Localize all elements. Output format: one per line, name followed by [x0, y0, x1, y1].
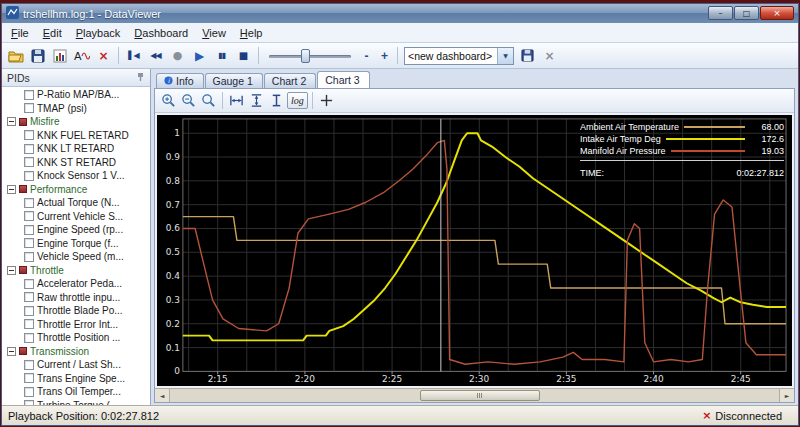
tree-item-row[interactable]: Current Vehicle S... [2, 210, 150, 224]
pid-checkbox[interactable] [24, 225, 34, 235]
svg-text:1: 1 [174, 128, 180, 138]
tab-info[interactable]: iInfo [156, 73, 204, 88]
collapse-icon[interactable] [7, 266, 16, 275]
open-log-button[interactable] [5, 45, 26, 66]
chart-area[interactable]: 10.90.80.70.60.50.40.30.20.102:152:202:2… [157, 115, 792, 386]
chart-hscrollbar[interactable]: ◄ ► [155, 388, 794, 402]
pid-checkbox[interactable] [24, 387, 34, 397]
scroll-left-button[interactable]: ◄ [155, 389, 170, 402]
tree-item-row[interactable]: Engine Speed (rp... [2, 223, 150, 237]
crosshair-button[interactable] [317, 91, 336, 110]
pids-panel: PIDs P-Ratio MAP/BA...TMAP (psi)MisfireK… [2, 69, 151, 405]
pid-checkbox[interactable] [24, 130, 34, 140]
tree-item-row[interactable]: Accelerator Peda... [2, 277, 150, 291]
tree-item-row[interactable]: Engine Torque (f... [2, 237, 150, 251]
maximize-button[interactable]: □ [734, 6, 759, 20]
tree-item-row[interactable]: Raw throttle inpu... [2, 291, 150, 305]
svg-text:0.3: 0.3 [166, 295, 180, 305]
play-button[interactable]: ▶ [189, 45, 210, 66]
chart-button[interactable] [49, 45, 70, 66]
tree-item-row[interactable]: Throttle Position ... [2, 331, 150, 345]
tree-group-row[interactable]: Performance [2, 183, 150, 197]
pid-checkbox[interactable] [24, 171, 34, 181]
minimize-button[interactable]: – [708, 6, 733, 20]
pid-checkbox[interactable] [24, 333, 34, 343]
zoom-in-button[interactable] [159, 91, 178, 110]
tree-item-row[interactable]: Actual Torque (N... [2, 196, 150, 210]
pid-checkbox[interactable] [24, 157, 34, 167]
log-scale-button[interactable]: log [287, 92, 308, 109]
pid-label: KNK ST RETARD [37, 157, 116, 168]
playback-speed-slider[interactable] [267, 47, 353, 65]
collapse-icon[interactable] [7, 117, 16, 126]
menu-help[interactable]: Help [233, 25, 270, 41]
pid-checkbox[interactable] [24, 211, 34, 221]
pid-label: Current / Last Sh... [37, 359, 121, 370]
save-log-button[interactable] [27, 45, 48, 66]
speed-decrease-button[interactable]: - [358, 47, 375, 64]
record-button[interactable]: ● [167, 45, 188, 66]
tree-group-row[interactable]: Throttle [2, 264, 150, 278]
pid-checkbox[interactable] [24, 292, 34, 302]
scroll-right-button[interactable]: ► [779, 389, 794, 402]
pin-icon[interactable] [136, 72, 145, 84]
pid-checkbox[interactable] [24, 103, 34, 113]
scrollbar-track[interactable] [170, 389, 779, 402]
menu-file[interactable]: File [4, 25, 36, 41]
zoom-out-button[interactable] [179, 91, 198, 110]
tree-item-row[interactable]: Throttle Blade Po... [2, 304, 150, 318]
scrollbar-thumb[interactable] [420, 390, 540, 401]
zoom-reset-button[interactable] [199, 91, 218, 110]
delete-button[interactable]: × [93, 45, 114, 66]
tree-item-row[interactable]: Knock Sensor 1 V... [2, 169, 150, 183]
pid-checkbox[interactable] [24, 306, 34, 316]
tree-group-row[interactable]: Transmission [2, 345, 150, 359]
menu-view[interactable]: View [195, 25, 233, 41]
speed-increase-button[interactable]: + [376, 47, 393, 64]
pid-checkbox[interactable] [24, 144, 34, 154]
axis-scale-button[interactable] [267, 91, 286, 110]
menu-edit[interactable]: Edit [36, 25, 69, 41]
tree-item-row[interactable]: KNK FUEL RETARD [2, 129, 150, 143]
tree-item-row[interactable]: Trans Oil Temper... [2, 385, 150, 399]
pid-checkbox[interactable] [24, 319, 34, 329]
tree-item-row[interactable]: TMAP (psi) [2, 102, 150, 116]
pid-checkbox[interactable] [24, 360, 34, 370]
tab-chart-2[interactable]: Chart 2 [264, 73, 316, 88]
fit-vertical-button[interactable] [247, 91, 266, 110]
skip-to-start-button[interactable]: ▌◀ [123, 45, 144, 66]
tab-gauge-1[interactable]: Gauge 1 [205, 73, 263, 88]
chevron-down-icon[interactable]: ▼ [497, 48, 513, 64]
tree-item-row[interactable]: Current / Last Sh... [2, 358, 150, 372]
tree-item-row[interactable]: KNK LT RETARD [2, 142, 150, 156]
tree-item-row[interactable]: P-Ratio MAP/BA... [2, 88, 150, 102]
slider-thumb[interactable] [301, 49, 310, 63]
menu-playback[interactable]: Playback [69, 25, 128, 41]
pid-signal-button[interactable]: A [71, 45, 92, 66]
svg-text:2:40: 2:40 [643, 374, 663, 384]
dashboard-select[interactable]: <new dashboard> ▼ [404, 47, 514, 65]
fit-horizontal-button[interactable] [227, 91, 246, 110]
tab-chart-3[interactable]: Chart 3 [317, 71, 369, 88]
tree-item-row[interactable]: Trans Engine Spe... [2, 372, 150, 386]
collapse-icon[interactable] [7, 185, 16, 194]
save-dashboard-button[interactable] [517, 45, 538, 66]
tree-item-row[interactable]: Vehicle Speed (m... [2, 250, 150, 264]
collapse-icon[interactable] [7, 347, 16, 356]
svg-text:0.4: 0.4 [166, 271, 181, 281]
menu-dashboard[interactable]: Dashboard [127, 25, 195, 41]
tree-item-row[interactable]: KNK ST RETARD [2, 156, 150, 170]
close-button[interactable]: × [760, 6, 794, 20]
pid-checkbox[interactable] [24, 198, 34, 208]
stop-button[interactable]: ■ [233, 45, 254, 66]
pid-checkbox[interactable] [24, 238, 34, 248]
pid-checkbox[interactable] [24, 90, 34, 100]
pid-checkbox[interactable] [24, 252, 34, 262]
pause-button[interactable]: ▮▮ [211, 45, 232, 66]
pid-checkbox[interactable] [24, 279, 34, 289]
rewind-button[interactable]: ◀◀ [145, 45, 166, 66]
tree-group-row[interactable]: Misfire [2, 115, 150, 129]
tree-item-row[interactable]: Throttle Error Int... [2, 318, 150, 332]
pid-checkbox[interactable] [24, 373, 34, 383]
close-dashboard-button[interactable]: × [539, 45, 560, 66]
